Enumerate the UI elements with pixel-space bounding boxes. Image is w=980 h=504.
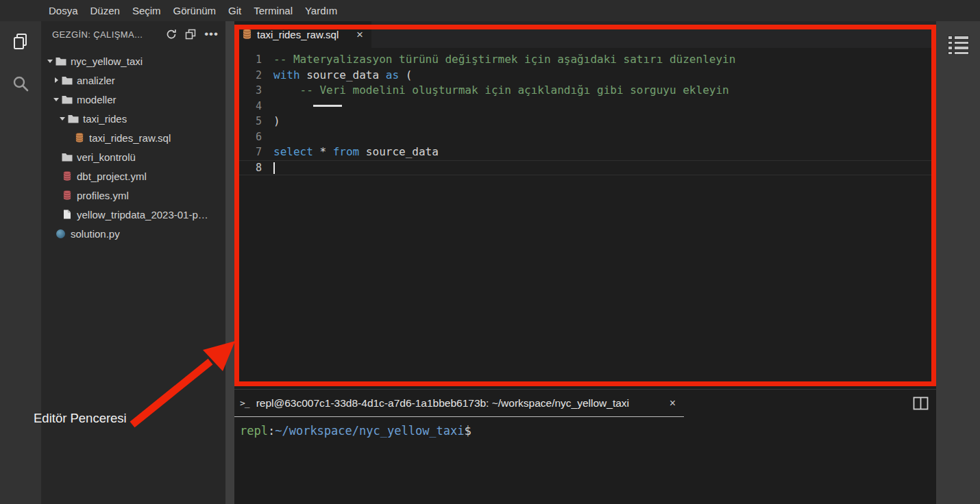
chevron-down-icon[interactable]	[51, 98, 61, 101]
folder-icon	[61, 76, 73, 85]
line-number: 4	[234, 99, 262, 114]
placeholder-rule	[313, 105, 342, 107]
yml-icon	[61, 171, 73, 181]
code-line: 8	[234, 160, 936, 176]
activity-bar	[0, 21, 41, 504]
file-icon	[61, 210, 73, 219]
explorer-sidebar: GEZGİN: ÇALIŞMA... ••• nyc_yellow_taxian…	[41, 21, 225, 504]
py-icon	[55, 229, 66, 238]
code-line: 6	[234, 129, 936, 145]
menu-item-yardım[interactable]: Yardım	[299, 5, 343, 16]
tree-item-label: modeller	[77, 94, 117, 105]
sql-icon	[73, 133, 85, 142]
tree-item-label: nyc_yellow_taxi	[71, 55, 143, 67]
tree-item-label: taxi_rides	[83, 113, 127, 125]
split-panel-icon[interactable]	[913, 396, 929, 413]
detail-list-icon[interactable]	[948, 36, 969, 55]
terminal-prompt: repl:~/workspace/nyc_yellow_taxi$	[240, 424, 471, 438]
code-line: 7select * from source_data	[234, 144, 936, 160]
tree-item-label: dbt_project.yml	[77, 171, 147, 182]
tree-item-yellow-tripdata-2023-01-p-[interactable]: yellow_tripdata_2023-01-p…	[41, 205, 225, 224]
explorer-title: GEZGİN: ÇALIŞMA...	[52, 29, 166, 40]
tree-item-label: yellow_tripdata_2023-01-p…	[77, 209, 208, 220]
line-number: 7	[234, 144, 262, 160]
text-cursor	[273, 162, 275, 174]
editor-tab-bar: taxi_rides_raw.sql ×	[234, 21, 936, 48]
line-number: 5	[234, 114, 262, 129]
chevron-right-icon[interactable]	[51, 77, 61, 83]
tree-item-taxi-rides[interactable]: taxi_rides	[41, 109, 225, 128]
folder-icon	[55, 57, 66, 66]
files-icon[interactable]	[11, 32, 30, 54]
tree-item-label: veri_kontrolü	[77, 151, 136, 163]
line-text: -- Veri modelini oluşturmak için açıklan…	[273, 83, 729, 99]
code-line: 1-- Materyalizasyon türünü değiştirmek i…	[234, 52, 936, 68]
refresh-icon[interactable]	[166, 29, 177, 40]
tree-item-label: solution.py	[71, 228, 120, 240]
editor-area: taxi_rides_raw.sql × 1-- Materyalizasyon…	[234, 21, 936, 389]
chevron-down-icon[interactable]	[45, 60, 55, 63]
folder-icon	[67, 114, 79, 123]
tree-item-label: taxi_rides_raw.sql	[89, 132, 171, 144]
terminal-panel: >_ repl@63c007c1-33d8-4d1c-a7d6-1a1bbeb6…	[234, 389, 936, 504]
menu-bar: DosyaDüzenSeçimGörünümGitTerminalYardım	[0, 0, 980, 21]
terminal-tab[interactable]: >_ repl@63c007c1-33d8-4d1c-a7d6-1a1bbeb6…	[234, 390, 684, 417]
terminal-tab-bar: >_ repl@63c007c1-33d8-4d1c-a7d6-1a1bbeb6…	[234, 390, 936, 417]
tree-item-analizler[interactable]: analizler	[41, 71, 225, 90]
explorer-header: GEZGİN: ÇALIŞMA... •••	[41, 21, 225, 47]
terminal-input-area[interactable]: repl:~/workspace/nyc_yellow_taxi$	[234, 417, 936, 498]
tree-item-modeller[interactable]: modeller	[41, 90, 225, 109]
line-text	[273, 99, 342, 114]
database-icon	[243, 29, 252, 41]
right-side-strip	[936, 21, 980, 504]
tree-item-taxi-rides-raw-sql[interactable]: taxi_rides_raw.sql	[41, 128, 225, 147]
menu-item-terminal[interactable]: Terminal	[247, 5, 299, 16]
tree-item-solution-py[interactable]: solution.py	[41, 224, 225, 243]
terminal-tab-title: repl@63c007c1-33d8-4d1c-a7d6-1a1bbeb6173…	[256, 397, 629, 410]
folder-icon	[61, 95, 73, 104]
tree-item-label: profiles.yml	[77, 190, 129, 201]
folder-icon	[61, 153, 73, 162]
yml-icon	[61, 190, 73, 200]
annotation-label: Editör Penceresi	[34, 411, 127, 426]
code-editor[interactable]: 1-- Materyalizasyon türünü değiştirmek i…	[234, 48, 936, 175]
line-number: 6	[234, 129, 262, 145]
collapse-all-icon[interactable]	[185, 29, 196, 40]
code-line: 2with source_data as (	[234, 68, 936, 84]
search-icon[interactable]	[12, 75, 29, 95]
code-line: 3 -- Veri modelini oluşturmak için açıkl…	[234, 83, 936, 99]
tree-item-label: analizler	[77, 75, 115, 86]
code-line: 5)	[234, 114, 936, 129]
terminal-prompt-icon: >_	[240, 398, 249, 408]
line-text: -- Materyalizasyon türünü değiştirmek iç…	[273, 52, 735, 68]
line-text: with source_data as (	[273, 68, 412, 84]
line-number: 1	[234, 52, 262, 68]
menu-item-seçim[interactable]: Seçim	[126, 5, 167, 16]
tab-label: taxi_rides_raw.sql	[257, 29, 339, 40]
tab-taxi-rides-raw-sql[interactable]: taxi_rides_raw.sql ×	[234, 21, 371, 48]
line-text: select * from source_data	[273, 144, 439, 160]
line-number: 8	[234, 160, 262, 176]
menu-item-düzen[interactable]: Düzen	[84, 5, 126, 16]
tree-item-profiles-yml[interactable]: profiles.yml	[41, 186, 225, 205]
line-number: 3	[234, 83, 262, 99]
more-actions-icon[interactable]: •••	[204, 31, 219, 38]
menu-item-git[interactable]: Git	[222, 5, 247, 16]
sidebar-resize-sash[interactable]	[225, 21, 234, 504]
tree-item-veri-kontrol-[interactable]: veri_kontrolü	[41, 147, 225, 166]
file-tree: nyc_yellow_taxianalizlermodellertaxi_rid…	[41, 47, 225, 243]
close-icon[interactable]: ×	[356, 29, 363, 40]
line-text: )	[273, 114, 280, 129]
menu-item-dosya[interactable]: Dosya	[42, 5, 84, 16]
menu-item-görünüm[interactable]: Görünüm	[167, 5, 223, 16]
tree-item-nyc-yellow-taxi[interactable]: nyc_yellow_taxi	[41, 51, 225, 71]
chevron-down-icon[interactable]	[58, 117, 67, 121]
code-line: 4	[234, 99, 936, 114]
close-icon[interactable]: ×	[670, 397, 676, 410]
line-number: 2	[234, 68, 262, 84]
tree-item-dbt-project-yml[interactable]: dbt_project.yml	[41, 166, 225, 186]
